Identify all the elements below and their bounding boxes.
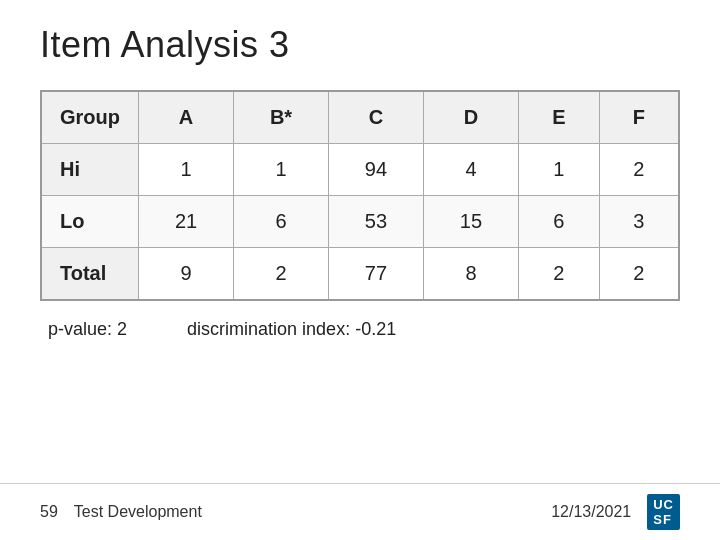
cell-r2-c5: 2 bbox=[599, 248, 679, 301]
cell-r1-c2: 53 bbox=[328, 196, 423, 248]
cell-r1-c4: 6 bbox=[518, 196, 599, 248]
col-header-d: D bbox=[423, 91, 518, 144]
table-header-row: GroupAB*CDEF bbox=[41, 91, 679, 144]
cell-r1-c0: 21 bbox=[139, 196, 234, 248]
row-label-hi: Hi bbox=[41, 144, 139, 196]
ucsf-logo: UCSF bbox=[647, 494, 680, 530]
date-label: 12/13/2021 bbox=[551, 503, 631, 521]
cell-r0-c4: 1 bbox=[518, 144, 599, 196]
bottom-left: 59 Test Development bbox=[40, 503, 202, 521]
table-row: Lo216531563 bbox=[41, 196, 679, 248]
cell-r2-c0: 9 bbox=[139, 248, 234, 301]
row-label-total: Total bbox=[41, 248, 139, 301]
page-number: 59 bbox=[40, 503, 58, 521]
cell-r2-c1: 2 bbox=[234, 248, 329, 301]
bottom-right: 12/13/2021 UCSF bbox=[551, 494, 680, 530]
col-header-group: Group bbox=[41, 91, 139, 144]
pvalue-stat: p-value: 2 bbox=[48, 319, 127, 340]
col-header-e: E bbox=[518, 91, 599, 144]
cell-r2-c2: 77 bbox=[328, 248, 423, 301]
cell-r0-c2: 94 bbox=[328, 144, 423, 196]
cell-r0-c1: 1 bbox=[234, 144, 329, 196]
table-row: Total9277822 bbox=[41, 248, 679, 301]
table-row: Hi1194412 bbox=[41, 144, 679, 196]
col-header-a: A bbox=[139, 91, 234, 144]
footer-stats: p-value: 2 discrimination index: -0.21 bbox=[40, 319, 680, 340]
col-header-f: F bbox=[599, 91, 679, 144]
cell-r1-c5: 3 bbox=[599, 196, 679, 248]
page-title: Item Analysis 3 bbox=[40, 24, 680, 66]
cell-r0-c5: 2 bbox=[599, 144, 679, 196]
discrimination-stat: discrimination index: -0.21 bbox=[187, 319, 396, 340]
cell-r0-c0: 1 bbox=[139, 144, 234, 196]
cell-r0-c3: 4 bbox=[423, 144, 518, 196]
section-label: Test Development bbox=[74, 503, 202, 521]
table-body: Hi1194412Lo216531563Total9277822 bbox=[41, 144, 679, 301]
cell-r1-c3: 15 bbox=[423, 196, 518, 248]
page-container: Item Analysis 3 GroupAB*CDEF Hi1194412Lo… bbox=[0, 0, 720, 356]
bottom-bar: 59 Test Development 12/13/2021 UCSF bbox=[0, 483, 720, 540]
row-label-lo: Lo bbox=[41, 196, 139, 248]
ucsf-box-text: UCSF bbox=[647, 494, 680, 530]
col-header-b: B* bbox=[234, 91, 329, 144]
analysis-table: GroupAB*CDEF Hi1194412Lo216531563Total92… bbox=[40, 90, 680, 301]
cell-r1-c1: 6 bbox=[234, 196, 329, 248]
col-header-c: C bbox=[328, 91, 423, 144]
cell-r2-c3: 8 bbox=[423, 248, 518, 301]
cell-r2-c4: 2 bbox=[518, 248, 599, 301]
